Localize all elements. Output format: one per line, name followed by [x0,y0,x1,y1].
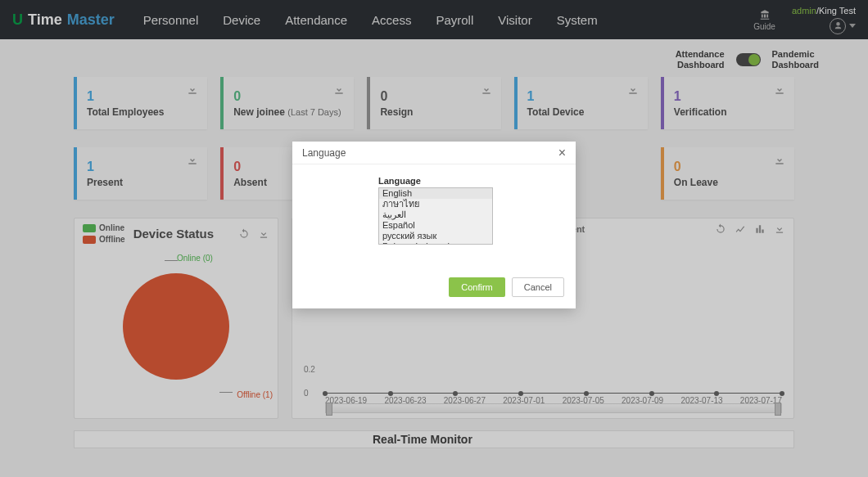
modal-header: Language × [292,142,576,164]
close-icon[interactable]: × [558,146,566,160]
language-option[interactable]: English [379,188,492,199]
language-modal: Language × Language Englishภาษาไทยالعربي… [292,142,576,308]
cancel-button[interactable]: Cancel [512,277,564,297]
confirm-button[interactable]: Confirm [449,277,505,297]
modal-title: Language [302,147,346,159]
language-option[interactable]: русский язык [379,231,492,241]
language-select[interactable]: EnglishภาษาไทยالعربيةEspañolрусский язык… [378,187,493,245]
language-option[interactable]: Español [379,220,492,231]
language-field-label: Language [378,176,559,186]
language-option[interactable]: ภาษาไทย [379,199,492,209]
language-option[interactable]: Bahasa Indonesia [379,241,492,245]
language-option[interactable]: العربية [379,209,492,220]
